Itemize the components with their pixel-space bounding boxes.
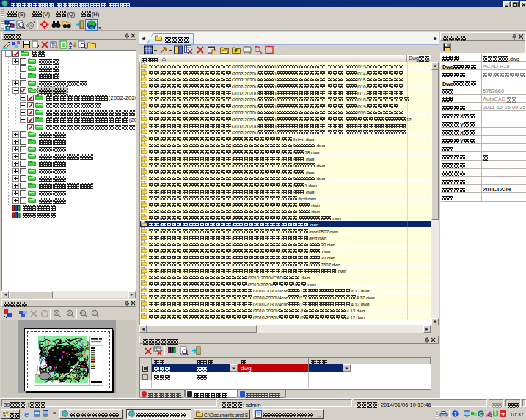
svg-text:1: 1 xyxy=(93,311,95,315)
svg-text:?: ? xyxy=(454,411,457,416)
svg-text:Z: Z xyxy=(69,45,72,49)
svg-text:C: C xyxy=(479,411,483,416)
